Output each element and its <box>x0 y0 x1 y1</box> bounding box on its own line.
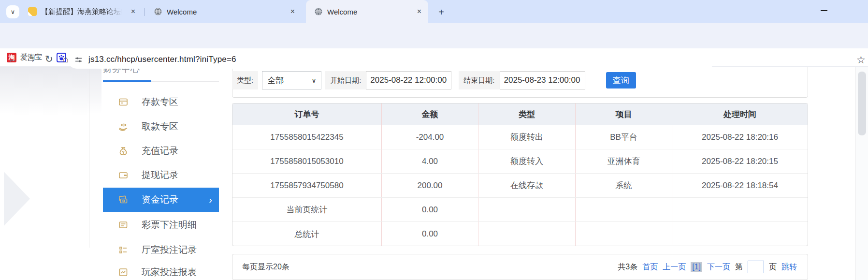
money-bag-icon <box>118 146 128 156</box>
page-left-gradient <box>0 67 101 115</box>
sidebar-item-player-bet-report[interactable]: 玩家投注报表 <box>103 260 219 280</box>
cell-type <box>478 222 576 246</box>
sidebar-item-recharge-records[interactable]: 充值记录 <box>103 139 219 163</box>
address-bar[interactable]: js13.cc/hhcp/usercenter.html?iniType=6 <box>68 50 715 69</box>
cell-amount: 200.00 <box>382 174 478 197</box>
cell-order-no: 1755858015053010 <box>232 149 382 173</box>
sidebar-item-deposit-zone[interactable]: 存款专区 <box>103 90 219 114</box>
forum-favicon <box>28 7 37 16</box>
table-row: 1755858015053010 4.00 额度转入 亚洲体育 2025-08-… <box>232 149 808 174</box>
next-page-link[interactable]: 下一页 <box>707 262 730 272</box>
back-icon[interactable]: ← <box>8 53 17 65</box>
table-row: 1755857934750580 200.00 在线存款 系统 2025-08-… <box>232 174 808 198</box>
jump-prefix-text: 第 <box>735 262 743 272</box>
start-date-label: 开始日期: <box>325 71 366 89</box>
sidebar-item-hall-bet-records[interactable]: 厅室投注记录 <box>103 238 219 262</box>
cell-summary-label: 总统计 <box>232 222 382 246</box>
cell-summary-label: 当前页统计 <box>232 198 382 221</box>
cell-amount: 0.00 <box>382 198 478 221</box>
new-tab-button[interactable]: + <box>435 6 448 18</box>
type-select[interactable]: 全部 ∨ <box>262 71 321 89</box>
forward-icon[interactable]: → <box>26 53 36 65</box>
chart-report-icon <box>118 267 128 277</box>
hand-coins-icon <box>118 122 128 132</box>
deposit-card-icon <box>118 97 128 107</box>
reload-icon[interactable]: ↻ <box>45 53 53 65</box>
cell-time: 2025-08-22 18:20:16 <box>672 125 808 149</box>
sidebar-item-withdrawal-records[interactable]: 提现记录 <box>103 163 219 187</box>
jump-link[interactable]: 跳转 <box>781 262 797 272</box>
cell-type: 在线存款 <box>478 174 576 197</box>
total-count-text: 共3条 <box>618 262 637 272</box>
end-date-input[interactable] <box>500 71 585 89</box>
browser-window: 财务中心 存款专区 取款专区 充值记录 提现记录 资金记录 › 彩票下注明细 <box>0 0 868 280</box>
col-header-amount: 金额 <box>382 103 478 125</box>
cell-amount: -204.00 <box>382 125 478 149</box>
query-button[interactable]: 查询 <box>606 72 636 88</box>
close-tab-icon[interactable]: × <box>290 8 295 15</box>
tab-welcome-active[interactable]: Welcome × <box>306 0 428 23</box>
sidebar-item-withdraw-zone[interactable]: 取款专区 <box>103 115 219 139</box>
table-header-row: 订单号 金额 类型 项目 处理时间 <box>232 103 808 125</box>
globe-icon <box>314 7 323 16</box>
sidebar-item-label: 提现记录 <box>142 169 178 181</box>
current-page-indicator: [1] <box>691 262 702 272</box>
cell-project: 系统 <box>576 174 672 197</box>
tab-search-button[interactable]: ∨ <box>6 5 19 18</box>
scrollbar-thumb[interactable] <box>858 72 866 135</box>
tab-separator <box>144 8 145 16</box>
bookmark-star-icon[interactable]: ☆ <box>856 54 866 66</box>
grid-list-icon <box>118 245 128 255</box>
cell-time <box>672 198 808 221</box>
prev-page-link[interactable]: 上一页 <box>663 262 686 272</box>
table-row-page-summary: 当前页统计 0.00 <box>232 198 808 222</box>
chevron-down-icon: ∨ <box>312 77 317 84</box>
close-tab-icon[interactable]: × <box>417 8 421 15</box>
pagination-bar: 每页显示20条 共3条 首页 上一页 [1] 下一页 第 页 跳转 <box>232 254 808 280</box>
sidebar-item-label: 存款专区 <box>142 96 178 108</box>
web-page: 财务中心 存款专区 取款专区 充值记录 提现记录 资金记录 › 彩票下注明细 <box>0 48 868 280</box>
type-filter-label: 类型: <box>232 71 258 89</box>
sidebar-item-label: 厅室投注记录 <box>142 244 197 256</box>
type-select-value: 全部 <box>267 75 284 86</box>
sidebar-item-label: 取款专区 <box>142 120 178 133</box>
funds-records-table: 订单号 金额 类型 项目 处理时间 1755858015422345 -204.… <box>232 103 808 246</box>
jump-suffix-text: 页 <box>769 262 777 272</box>
cell-project <box>576 222 672 246</box>
window-minimize-button[interactable] <box>821 10 827 11</box>
cell-order-no: 1755857934750580 <box>232 174 382 197</box>
col-header-project: 项目 <box>576 103 672 125</box>
cell-order-no: 1755858015422345 <box>232 125 382 149</box>
tab-title: 【新提醒】海燕策略论坛综合交 <box>41 7 122 16</box>
first-page-link[interactable]: 首页 <box>642 262 658 272</box>
sidebar-item-label: 玩家投注报表 <box>142 266 197 279</box>
filter-controls: 类型: 全部 ∨ 开始日期: 结束日期: 查询 <box>232 71 636 89</box>
sidebar-item-funds-records[interactable]: 资金记录 › <box>103 188 219 212</box>
wallet-icon <box>118 170 128 180</box>
sidebar-left-border <box>89 69 89 248</box>
browser-toolbar: ← → ↻ ⌂ js13.cc/hhcp/usercenter.html?ini… <box>0 23 868 48</box>
tab-welcome-1[interactable]: Welcome × <box>148 0 302 23</box>
cell-time: 2025-08-22 18:18:54 <box>672 174 808 197</box>
col-header-time: 处理时间 <box>672 103 808 125</box>
cell-type <box>478 198 576 221</box>
sidebar-item-label: 彩票下注明细 <box>142 219 197 231</box>
page-number-input[interactable] <box>748 261 764 273</box>
site-settings-icon[interactable] <box>74 56 83 64</box>
page-scrollbar[interactable] <box>855 67 868 280</box>
cell-project: 亚洲体育 <box>576 149 672 173</box>
sidebar-item-lottery-bet-detail[interactable]: 彩票下注明细 <box>103 213 219 237</box>
cell-time <box>672 222 808 246</box>
table-row: 1755858015422345 -204.00 额度转出 BB平台 2025-… <box>232 125 808 149</box>
start-date-input[interactable] <box>366 71 451 89</box>
cell-project: BB平台 <box>576 125 672 149</box>
url-text[interactable]: js13.cc/hhcp/usercenter.html?iniType=6 <box>88 55 236 64</box>
table-row-total-summary: 总统计 0.00 <box>232 222 808 246</box>
banknotes-icon <box>118 195 128 205</box>
cell-amount: 4.00 <box>382 149 478 173</box>
close-tab-icon[interactable]: × <box>131 8 135 15</box>
page-size-text: 每页显示20条 <box>242 262 289 272</box>
tab-forum[interactable]: 【新提醒】海燕策略论坛综合交 × <box>23 0 142 23</box>
sidebar-selected-arrow-icon: › <box>209 194 212 206</box>
sidebar-item-label: 充值记录 <box>142 145 178 157</box>
